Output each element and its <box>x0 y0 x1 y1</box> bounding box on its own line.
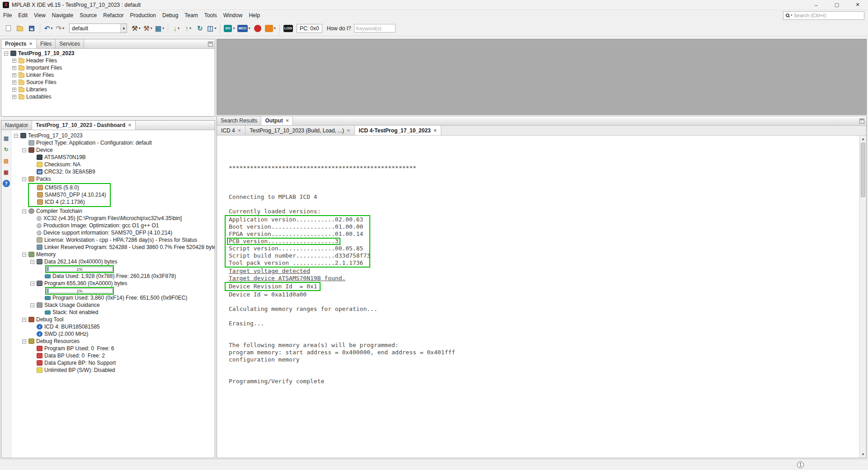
minimize-panel-icon[interactable] <box>208 42 213 47</box>
help-icon[interactable]: ? <box>3 180 10 187</box>
vertical-scrollbar[interactable]: ▲ ▼ <box>859 136 866 458</box>
new-file-button[interactable] <box>3 23 14 34</box>
dv-button[interactable]: DV▾ <box>223 23 236 34</box>
read-device-button[interactable]: ↑▾ <box>183 23 193 34</box>
tree-row[interactable]: −Packs <box>11 175 215 183</box>
search-box[interactable]: ▾ <box>783 11 864 20</box>
collapse-handle-icon[interactable]: − <box>22 339 26 343</box>
menu-view[interactable]: View <box>31 10 49 20</box>
tree-row[interactable]: 1% <box>11 265 215 273</box>
dropdown-arrow-icon[interactable]: ▾ <box>249 26 250 30</box>
tree-row[interactable]: Device support information: SAMS70_DFP (… <box>11 229 215 236</box>
tree-row[interactable]: Linker Reserved Program: 524288 - Used 3… <box>11 244 215 251</box>
expand-handle-icon[interactable]: + <box>12 59 16 63</box>
dropdown-arrow-icon[interactable]: ▾ <box>274 26 276 30</box>
collapse-handle-icon[interactable]: − <box>30 282 34 286</box>
make-program-button[interactable]: ↓▾ <box>171 23 182 34</box>
close-tab-icon[interactable]: ✕ <box>434 128 437 133</box>
menu-window[interactable]: Window <box>220 10 246 20</box>
dropdown-arrow-icon[interactable]: ▾ <box>51 26 52 30</box>
clean-build-button[interactable]: ⚒▾ <box>142 23 153 34</box>
menu-file[interactable]: File <box>0 10 15 20</box>
close-button[interactable]: ✕ <box>847 0 868 9</box>
dropdown-arrow-icon[interactable]: ▾ <box>178 26 179 30</box>
package-button[interactable]: ▦▾ <box>154 23 165 34</box>
tree-row[interactable]: CMSIS (5.8.0) <box>30 184 106 191</box>
tree-row[interactable]: Data Capture BP: No Support <box>11 359 215 367</box>
redo-button[interactable]: ↷▾ <box>55 23 66 34</box>
tree-row[interactable]: +Libraries <box>1 86 215 93</box>
menu-navigate[interactable]: Navigate <box>49 10 76 20</box>
pc-indicator[interactable]: PC: 0x0 <box>297 24 322 33</box>
keyword-input[interactable] <box>354 24 396 33</box>
tree-row[interactable]: Data BP Used: 0 Free: 2 <box>11 352 215 359</box>
notifications-indicator[interactable]: 1 <box>797 461 804 468</box>
scrollbar-thumb[interactable] <box>861 143 865 197</box>
tree-row[interactable]: Stack: Not enabled <box>11 309 215 316</box>
tree-row[interactable]: ICD 4: BUR185081585 <box>11 323 215 330</box>
tree-row[interactable]: −Program 655,360 (0xA0000) bytes <box>11 280 215 287</box>
output-doc-tab-testprog-17-10-2023-build-load[interactable]: TestProg_17_10_2023 (Build, Load, ...)✕ <box>245 126 354 135</box>
tree-row[interactable]: +Linker Files <box>1 71 215 79</box>
collapse-handle-icon[interactable]: − <box>4 52 8 56</box>
search-dropdown-icon[interactable]: ▾ <box>791 14 793 17</box>
expand-handle-icon[interactable]: + <box>12 73 16 77</box>
collapse-handle-icon[interactable]: − <box>22 253 26 257</box>
maximize-button[interactable]: ▢ <box>826 0 847 9</box>
tree-row[interactable]: +Loadables <box>1 93 215 100</box>
close-tab-icon[interactable]: ✕ <box>238 128 241 133</box>
memory-view-icon[interactable]: ▤ <box>3 157 10 164</box>
panel-tab-projects[interactable]: Projects✕ <box>1 39 37 48</box>
expand-handle-icon[interactable]: + <box>12 80 16 85</box>
tree-row[interactable]: XC32 (v4.35) [C:\Program Files\Microchip… <box>11 215 215 222</box>
expand-handle-icon[interactable]: + <box>12 88 16 92</box>
undo-button[interactable]: ↶▾ <box>43 23 54 34</box>
dropdown-arrow-icon[interactable]: ▾ <box>62 26 64 30</box>
dropdown-arrow-icon[interactable]: ▾ <box>189 26 191 30</box>
how-do-i-label[interactable]: How do I? <box>327 25 351 32</box>
collapse-handle-icon[interactable]: − <box>22 148 26 152</box>
tree-row[interactable]: −Device <box>11 146 215 154</box>
tree-row[interactable]: Production Image: Optimization: gcc O1 g… <box>11 222 215 229</box>
tree-row[interactable]: Program Used: 3,860 (0xF14) Free: 651,50… <box>11 294 215 301</box>
tree-row[interactable]: −TestProg_17_10_2023 <box>1 50 215 57</box>
store-button[interactable]: ▾ <box>264 23 277 34</box>
build-button[interactable]: ⚒▾ <box>131 23 142 34</box>
dropdown-arrow-icon[interactable]: ▾ <box>214 26 216 30</box>
refresh-icon[interactable]: ↻ <box>3 146 10 153</box>
panel-tab-search-results[interactable]: Search Results <box>217 116 261 125</box>
tree-row[interactable]: −Debug Tool <box>11 316 215 323</box>
tree-row[interactable]: 1% <box>11 287 215 294</box>
collapse-handle-icon[interactable]: − <box>30 303 34 307</box>
tree-row[interactable]: −Stack Usage Guidance <box>11 301 215 309</box>
menu-debug[interactable]: Debug <box>159 10 181 20</box>
output-doc-tab-icd-4-testprog-17-10-2023[interactable]: ICD 4-TestProg_17_10_2023✕ <box>355 126 442 135</box>
dropdown-arrow-icon[interactable]: ▾ <box>139 26 141 30</box>
save-all-button[interactable] <box>26 23 37 34</box>
tree-row[interactable]: SWD (2.000 MHz) <box>11 330 215 338</box>
config-select[interactable]: default▾ <box>69 24 127 33</box>
collapse-handle-icon[interactable]: − <box>22 209 26 213</box>
close-tab-icon[interactable]: ✕ <box>29 42 33 46</box>
tree-row[interactable]: −Memory <box>11 251 215 258</box>
debug-output-icon[interactable]: ▣ <box>3 169 10 176</box>
minimize-button[interactable]: – <box>806 0 826 9</box>
tree-row[interactable]: SAMS70_DFP (4.10.214) <box>30 191 106 198</box>
panel-tab-testprog-17-10-2023-dashboard[interactable]: TestProg_17_10_2023 - Dashboard✕ <box>32 121 135 130</box>
panel-tab-output[interactable]: Output✕ <box>261 116 293 125</box>
tree-row[interactable]: Program BP Used: 0 Free: 6 <box>11 345 215 352</box>
panel-tab-files[interactable]: Files <box>37 39 56 48</box>
menu-refactor[interactable]: Refactor <box>100 10 127 20</box>
dropdown-arrow-icon[interactable]: ▾ <box>233 26 235 30</box>
close-tab-icon[interactable]: ✕ <box>128 123 132 127</box>
tree-row[interactable]: −Compiler Toolchain <box>11 207 215 215</box>
refresh-debug-tool-button[interactable]: ↻ <box>194 23 205 34</box>
scroll-up-icon[interactable]: ▲ <box>860 136 866 142</box>
tree-row[interactable]: Unlimited BP (S/W): Disabled <box>11 367 215 374</box>
discover-button[interactable] <box>252 23 263 34</box>
menu-tools[interactable]: Tools <box>201 10 220 20</box>
menu-source[interactable]: Source <box>76 10 100 20</box>
tree-row[interactable]: ATSAMS70N19B <box>11 154 215 161</box>
tree-row[interactable]: −TestProg_17_10_2023 <box>11 132 215 139</box>
tree-row[interactable]: Project Type: Application - Configuratio… <box>11 139 215 146</box>
